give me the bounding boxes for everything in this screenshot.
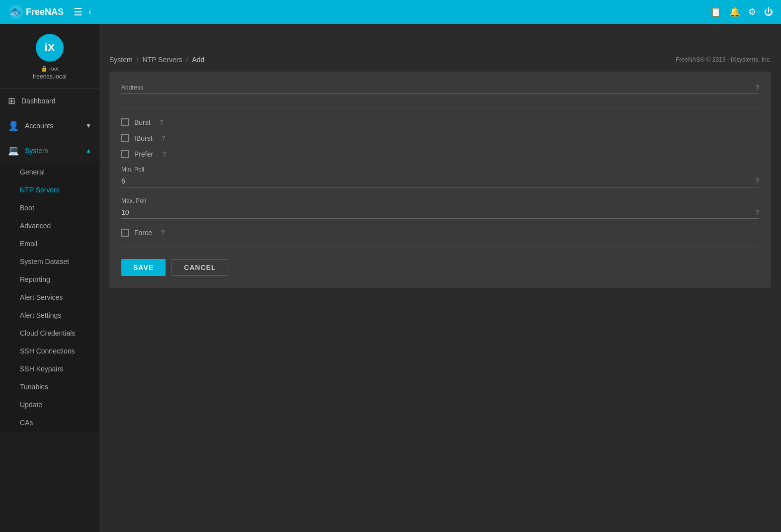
prefer-checkbox[interactable] xyxy=(121,150,129,158)
dashboard-icon: ⊞ xyxy=(8,95,15,106)
address-label: Address xyxy=(121,84,751,91)
chevron-left-icon[interactable]: ‹ xyxy=(88,7,91,16)
topbar-left: 🐟 FreeNAS ☰ ‹ xyxy=(8,4,91,20)
sidebar-item-dashboard[interactable]: ⊞ Dashboard xyxy=(0,89,99,113)
force-label: Force xyxy=(134,229,152,237)
iburst-row: IBurst ? xyxy=(121,134,759,142)
sidebar-item-label: System xyxy=(25,147,48,155)
settings-icon[interactable]: ⚙ xyxy=(748,6,756,17)
burst-checkbox[interactable] xyxy=(121,118,129,126)
subnav-system-dataset[interactable]: System Dataset xyxy=(0,253,99,270)
burst-label: Burst xyxy=(134,118,151,126)
iburst-checkbox[interactable] xyxy=(121,134,129,142)
subnav-cloud-credentials[interactable]: Cloud Credentials xyxy=(0,324,99,342)
min-poll-field: Min. Poll ? xyxy=(121,166,759,187)
subnav-email[interactable]: Email xyxy=(0,235,99,253)
min-poll-label: Min. Poll xyxy=(121,166,759,173)
user-lock: 🔒 root xyxy=(41,66,59,72)
topbar-right: 📋 🔔 ⚙ ⏻ xyxy=(710,6,773,17)
sidebar-item-accounts[interactable]: 👤 Accounts ▼ xyxy=(0,113,99,138)
subnav-ssh-keypairs[interactable]: SSH Keypairs xyxy=(0,360,99,378)
breadcrumb-sep-2: / xyxy=(186,56,188,64)
save-button[interactable]: SAVE xyxy=(121,259,166,276)
freenas-logo: 🐟 FreeNAS xyxy=(8,4,68,20)
subnav-boot[interactable]: Boot xyxy=(0,199,99,217)
system-expand-icon: ▲ xyxy=(86,147,91,154)
power-icon[interactable]: ⏻ xyxy=(764,7,773,17)
burst-row: Burst ? xyxy=(121,118,759,126)
sidebar: iX 🔒 root freenas.local ⊞ Dashboard 👤 Ac… xyxy=(0,24,99,532)
svg-text:FreeNAS: FreeNAS xyxy=(26,7,64,17)
system-icon: 💻 xyxy=(8,145,19,156)
subnav-ntp-servers[interactable]: NTP Servers xyxy=(0,181,99,199)
max-poll-field: Max. Poll ? xyxy=(121,197,759,219)
topbar: 🐟 FreeNAS ☰ ‹ 📋 🔔 ⚙ ⏻ xyxy=(0,0,781,24)
subnav-advanced[interactable]: Advanced xyxy=(0,217,99,235)
subnav-reporting[interactable]: Reporting xyxy=(0,270,99,288)
user-area: iX 🔒 root freenas.local xyxy=(0,24,99,89)
subnav-alert-settings[interactable]: Alert Settings xyxy=(0,306,99,324)
user-host: freenas.local xyxy=(33,73,67,80)
svg-text:🐟: 🐟 xyxy=(9,5,21,17)
address-input[interactable] xyxy=(121,94,759,108)
form-separator xyxy=(121,247,759,247)
prefer-row: Prefer ? xyxy=(121,150,759,158)
accounts-expand-icon: ▼ xyxy=(86,122,91,129)
force-help-icon[interactable]: ? xyxy=(161,229,165,237)
accounts-icon: 👤 xyxy=(8,120,19,131)
min-poll-input[interactable] xyxy=(121,177,751,185)
breadcrumb-add: Add xyxy=(192,56,204,64)
subnav-alert-services[interactable]: Alert Services xyxy=(0,288,99,306)
hamburger-icon[interactable]: ☰ xyxy=(74,6,83,18)
force-checkbox[interactable] xyxy=(121,229,129,237)
subnav-general[interactable]: General xyxy=(0,163,99,181)
min-poll-help-icon[interactable]: ? xyxy=(755,177,759,185)
system-subnav: General NTP Servers Boot Advanced Email … xyxy=(0,163,99,432)
avatar-text: iX xyxy=(45,41,55,54)
ntp-server-form: Address ? Burst ? IBurst ? Prefer ? Min.… xyxy=(109,72,771,288)
breadcrumb-sep-1: / xyxy=(137,56,139,64)
subnav-ssh-connections[interactable]: SSH Connections xyxy=(0,342,99,360)
burst-help-icon[interactable]: ? xyxy=(160,118,164,126)
address-field: Address ? xyxy=(121,84,759,108)
avatar: iX xyxy=(36,34,64,62)
copyright-text: FreeNAS® © 2019 - iXsystems, Inc. xyxy=(676,56,771,63)
address-help-icon[interactable]: ? xyxy=(755,84,759,91)
prefer-label: Prefer xyxy=(134,150,153,158)
iburst-help-icon[interactable]: ? xyxy=(162,134,166,142)
breadcrumb-ntp-servers[interactable]: NTP Servers xyxy=(143,56,182,64)
notifications-icon[interactable]: 🔔 xyxy=(729,6,740,17)
sidebar-item-label: Accounts xyxy=(25,122,54,130)
breadcrumb-system[interactable]: System xyxy=(109,56,133,64)
subnav-cas[interactable]: CAs xyxy=(0,414,99,432)
main-content: System / NTP Servers / Add FreeNAS® © 20… xyxy=(99,24,781,532)
max-poll-label: Max. Poll xyxy=(121,197,759,204)
max-poll-input[interactable] xyxy=(121,208,751,216)
iburst-label: IBurst xyxy=(134,134,153,142)
sidebar-item-label: Dashboard xyxy=(21,97,56,105)
subnav-tunables[interactable]: Tunables xyxy=(0,378,99,396)
clipboard-icon[interactable]: 📋 xyxy=(710,6,721,17)
cancel-button[interactable]: CANCEL xyxy=(172,259,228,276)
breadcrumb: System / NTP Servers / Add FreeNAS® © 20… xyxy=(99,48,781,72)
prefer-help-icon[interactable]: ? xyxy=(162,150,166,158)
form-buttons: SAVE CANCEL xyxy=(121,259,759,276)
sidebar-item-system[interactable]: 💻 System ▲ xyxy=(0,138,99,163)
logo-area: 🐟 FreeNAS xyxy=(8,4,68,20)
force-row: Force ? xyxy=(121,229,759,237)
max-poll-help-icon[interactable]: ? xyxy=(755,208,759,216)
subnav-update[interactable]: Update xyxy=(0,396,99,414)
